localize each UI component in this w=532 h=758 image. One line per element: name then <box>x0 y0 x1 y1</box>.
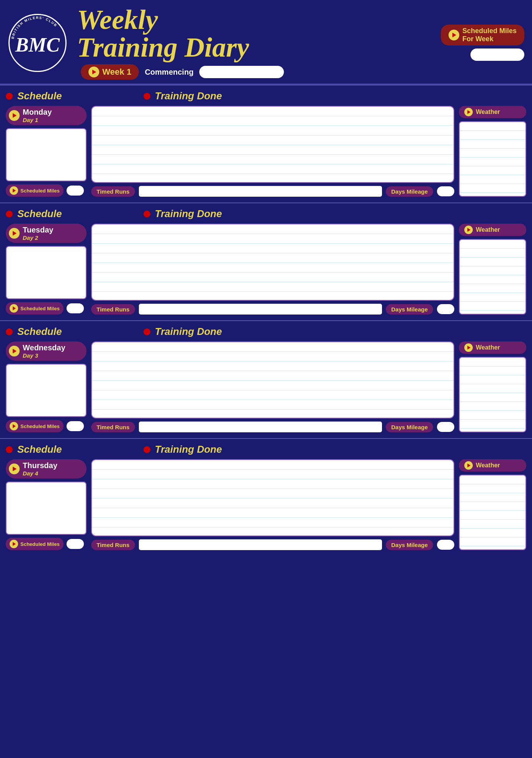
scheduled-miles-row-0: Scheduled Miles <box>6 184 87 197</box>
scheduled-miles-btn-1[interactable]: Scheduled Miles <box>6 302 63 315</box>
day-play-icon-3[interactable] <box>9 464 20 474</box>
day-play-icon-1[interactable] <box>9 228 20 239</box>
schedule-textarea-3[interactable] <box>6 482 87 535</box>
weather-label-0: Weather <box>476 109 500 115</box>
day-content-2: Wednesday Day 3 Scheduled Miles T <box>6 341 526 432</box>
weather-play-icon-1[interactable] <box>464 226 473 234</box>
timed-runs-btn-2[interactable]: Timed Runs <box>91 422 135 432</box>
timed-runs-row-2: Timed Runs Days Mileage <box>91 422 454 432</box>
timed-runs-row-3: Timed Runs Days Mileage <box>91 539 454 550</box>
day-play-icon-2[interactable] <box>9 346 20 356</box>
scheduled-miles-play-icon[interactable] <box>449 30 459 40</box>
bmc-logo: BRITISH MILERS' CLUB BMC <box>8 13 67 73</box>
day-badge-3: Thursday Day 4 <box>6 459 87 479</box>
timed-runs-input-0[interactable] <box>139 186 382 197</box>
schedule-label-0: Schedule <box>17 90 62 102</box>
weather-badge-1: Weather <box>459 224 526 236</box>
scheduled-miles-btn-label-3: Scheduled Miles <box>20 541 60 547</box>
scheduled-miles-play-sm-1[interactable] <box>10 304 18 313</box>
scheduled-miles-value-1[interactable] <box>67 303 84 313</box>
commencing-label: Commencing <box>145 68 193 77</box>
weather-textarea-2[interactable] <box>459 357 526 432</box>
scheduled-miles-row-1: Scheduled Miles <box>6 302 87 315</box>
scheduled-miles-play-sm-2[interactable] <box>10 422 18 430</box>
training-done-label-2: Training Done <box>155 326 222 338</box>
timed-runs-btn-0[interactable]: Timed Runs <box>91 186 135 197</box>
days-mileage-value-2[interactable] <box>437 422 454 432</box>
weather-play-icon-2[interactable] <box>464 343 473 352</box>
day-number-3: Day 4 <box>23 470 57 477</box>
schedule-header-0: Schedule Training Done <box>6 90 526 102</box>
scheduled-miles-btn-0[interactable]: Scheduled Miles <box>6 184 63 197</box>
timed-runs-btn-1[interactable]: Timed Runs <box>91 304 135 315</box>
scheduled-miles-btn-2[interactable]: Scheduled Miles <box>6 420 63 432</box>
timed-runs-input-1[interactable] <box>139 304 382 315</box>
weather-play-icon-0[interactable] <box>464 108 473 116</box>
schedule-label-2: Schedule <box>17 326 62 338</box>
scheduled-miles-badge: Scheduled Miles For Week <box>441 25 524 45</box>
day-play-icon-0[interactable] <box>9 110 20 121</box>
scheduled-miles-line1: Scheduled Miles <box>462 27 517 35</box>
title-area: Weekly Training Diary Week 1 Commencing <box>73 6 284 80</box>
week-commencing-row: Week 1 Commencing <box>77 64 284 80</box>
weather-badge-3: Weather <box>459 459 526 472</box>
timed-runs-row-0: Timed Runs Days Mileage <box>91 186 454 197</box>
weather-play-icon-3[interactable] <box>464 461 473 470</box>
weather-textarea-1[interactable] <box>459 239 526 315</box>
training-done-red-dot-0 <box>143 93 150 100</box>
days-mileage-btn-1[interactable]: Days Mileage <box>386 304 433 315</box>
schedule-textarea-1[interactable] <box>6 246 87 299</box>
right-col-1: Weather <box>459 224 526 315</box>
weather-textarea-3[interactable] <box>459 475 526 550</box>
day-badge-1: Tuesday Day 2 <box>6 224 87 243</box>
days-mileage-value-0[interactable] <box>437 186 454 196</box>
training-textarea-1[interactable] <box>91 224 454 301</box>
schedule-header-3: Schedule Training Done <box>6 443 526 455</box>
weather-label-2: Weather <box>476 344 500 351</box>
days-mileage-value-3[interactable] <box>437 540 454 550</box>
training-done-label-0: Training Done <box>155 90 222 102</box>
timed-runs-input-2[interactable] <box>139 422 382 432</box>
schedule-textarea-0[interactable] <box>6 128 87 181</box>
scheduled-miles-value-3[interactable] <box>67 539 84 549</box>
day-number-0: Day 1 <box>23 117 52 123</box>
scheduled-miles-play-sm-0[interactable] <box>10 186 18 195</box>
day-content-1: Tuesday Day 2 Scheduled Miles Tim <box>6 224 526 315</box>
training-textarea-3[interactable] <box>91 459 454 536</box>
weather-textarea-0[interactable] <box>459 121 526 197</box>
scheduled-miles-btn-3[interactable]: Scheduled Miles <box>6 538 63 550</box>
right-col-3: Weather <box>459 459 526 550</box>
weather-label-1: Weather <box>476 226 500 233</box>
middle-col-1: Timed Runs Days Mileage <box>91 224 454 315</box>
timed-runs-row-1: Timed Runs Days Mileage <box>91 304 454 315</box>
schedule-textarea-2[interactable] <box>6 364 87 417</box>
days-mileage-btn-0[interactable]: Days Mileage <box>386 186 433 197</box>
commencing-input[interactable] <box>199 66 284 78</box>
training-textarea-2[interactable] <box>91 341 454 418</box>
schedule-red-dot-1 <box>6 211 13 218</box>
schedule-red-dot-0 <box>6 93 13 100</box>
scheduled-miles-input[interactable] <box>470 49 524 61</box>
scheduled-miles-play-sm-3[interactable] <box>10 540 18 548</box>
timed-runs-btn-3[interactable]: Timed Runs <box>91 540 135 550</box>
scheduled-miles-value-0[interactable] <box>67 186 84 196</box>
day-name-1: Tuesday <box>23 226 53 234</box>
training-done-red-dot-3 <box>143 446 150 453</box>
scheduled-miles-btn-label-0: Scheduled Miles <box>20 188 60 194</box>
scheduled-miles-header: Scheduled Miles For Week <box>441 25 524 61</box>
scheduled-miles-value-2[interactable] <box>67 421 84 431</box>
week-play-icon[interactable] <box>88 67 99 77</box>
day-badge-2: Wednesday Day 3 <box>6 341 87 361</box>
day-number-1: Day 2 <box>23 234 53 241</box>
days-mileage-value-1[interactable] <box>437 304 454 314</box>
day-number-2: Day 3 <box>23 352 65 359</box>
day-badge-0: Monday Day 1 <box>6 106 87 125</box>
days-mileage-btn-3[interactable]: Days Mileage <box>386 540 433 550</box>
days-mileage-btn-2[interactable]: Days Mileage <box>386 422 433 432</box>
right-col-2: Weather <box>459 341 526 432</box>
timed-runs-input-3[interactable] <box>139 539 382 550</box>
training-textarea-0[interactable] <box>91 106 454 183</box>
training-done-red-dot-2 <box>143 328 150 335</box>
scheduled-miles-btn-label-1: Scheduled Miles <box>20 306 60 311</box>
scheduled-miles-line2: For Week <box>462 35 517 43</box>
